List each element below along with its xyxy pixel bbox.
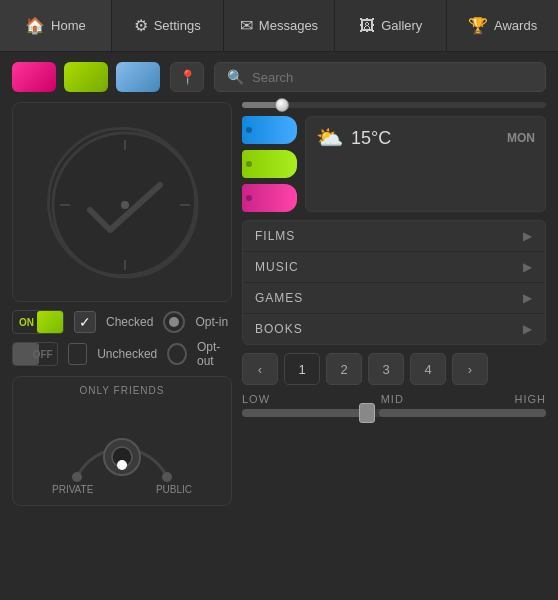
pagination-page-1[interactable]: 1 — [284, 353, 320, 385]
checkbox-checked[interactable]: ✓ — [74, 311, 96, 333]
bottom-slider-area: LOW MID HIGH — [242, 393, 546, 417]
toggle-on-label: ON — [19, 317, 34, 328]
optout-label: Opt-out — [197, 340, 232, 368]
unchecked-label: Unchecked — [97, 347, 157, 361]
pagination: ‹ 1 2 3 4 › — [242, 353, 546, 385]
checked-label: Checked — [106, 315, 153, 329]
toggle-off-line: OFF Unchecked Opt-out — [12, 340, 232, 368]
toggle-on[interactable]: ON — [12, 310, 64, 334]
menu-item-games[interactable]: GAMES ▶ — [243, 283, 545, 314]
menu-books-label: BOOKS — [255, 322, 303, 336]
tags-column — [242, 116, 297, 212]
menu-item-films[interactable]: FILMS ▶ — [243, 221, 545, 252]
envelope-icon: ✉ — [240, 16, 253, 35]
nav-home[interactable]: 🏠 Home — [0, 0, 112, 51]
tag-pink[interactable] — [242, 184, 297, 212]
tag-blue[interactable] — [242, 116, 297, 144]
weather-tags-row: ⛅ 15°C MON — [242, 116, 546, 212]
slider-knob[interactable] — [275, 98, 289, 112]
checkbox-unchecked[interactable] — [68, 343, 87, 365]
swatch-green[interactable] — [64, 62, 108, 92]
bottom-slider[interactable] — [242, 409, 546, 417]
svg-point-5 — [121, 201, 129, 209]
trophy-icon: 🏆 — [468, 16, 488, 35]
weather-day: MON — [507, 131, 535, 145]
nav-messages-label: Messages — [259, 18, 318, 33]
menu-list: FILMS ▶ MUSIC ▶ GAMES ▶ BOOKS ▶ — [242, 220, 546, 345]
weather-icon: ⛅ — [316, 125, 343, 151]
nav-awards[interactable]: 🏆 Awards — [447, 0, 558, 51]
svg-point-7 — [162, 472, 172, 482]
menu-films-label: FILMS — [255, 229, 295, 243]
radio-optin[interactable] — [163, 311, 185, 333]
main-content: 📍 🔍 — [0, 52, 558, 516]
label-mid: MID — [381, 393, 404, 405]
tag-green[interactable] — [242, 150, 297, 178]
swatch-blue[interactable] — [116, 62, 160, 92]
bottom-slider-fill-left — [242, 409, 370, 417]
clock-widget — [12, 102, 232, 302]
knob-label-private: PRIVATE — [52, 484, 93, 495]
swatch-pink[interactable] — [12, 62, 56, 92]
nav-gallery[interactable]: 🖼 Gallery — [335, 0, 447, 51]
clock-inner — [50, 130, 194, 274]
pin-icon: 📍 — [179, 69, 196, 85]
home-icon: 🏠 — [25, 16, 45, 35]
slider-labels: LOW MID HIGH — [242, 393, 546, 405]
toggle-off[interactable]: OFF — [12, 342, 58, 366]
nav-messages[interactable]: ✉ Messages — [224, 0, 336, 51]
label-high: HIGH — [514, 393, 546, 405]
optin-label: Opt-in — [195, 315, 228, 329]
navbar: 🏠 Home ⚙ Settings ✉ Messages 🖼 Gallery 🏆… — [0, 0, 558, 52]
color-swatches — [12, 62, 160, 92]
weather-temp: 15°C — [351, 128, 391, 149]
knob-label-public: PUBLIC — [156, 484, 192, 495]
menu-arrow-games: ▶ — [523, 291, 533, 305]
pagination-page-3[interactable]: 3 — [368, 353, 404, 385]
pagination-page-2[interactable]: 2 — [326, 353, 362, 385]
weather-main: ⛅ 15°C MON — [316, 125, 535, 151]
menu-games-label: GAMES — [255, 291, 303, 305]
right-column: ⛅ 15°C MON FILMS ▶ MUSIC ▶ GAMES — [242, 102, 546, 506]
menu-arrow-films: ▶ — [523, 229, 533, 243]
knob-arc — [62, 402, 182, 482]
menu-arrow-music: ▶ — [523, 260, 533, 274]
nav-settings[interactable]: ⚙ Settings — [112, 0, 224, 51]
search-box[interactable]: 🔍 — [214, 62, 546, 92]
nav-gallery-label: Gallery — [381, 18, 422, 33]
middle-row: ON ✓ Checked Opt-in OFF U — [12, 102, 546, 506]
nav-home-label: Home — [51, 18, 86, 33]
gallery-icon: 🖼 — [359, 17, 375, 35]
weather-widget: ⛅ 15°C MON — [305, 116, 546, 212]
radio-inner — [169, 317, 179, 327]
top-slider-row — [242, 102, 546, 108]
menu-item-music[interactable]: MUSIC ▶ — [243, 252, 545, 283]
nav-awards-label: Awards — [494, 18, 537, 33]
menu-arrow-books: ▶ — [523, 322, 533, 336]
nav-settings-label: Settings — [154, 18, 201, 33]
search-input[interactable] — [252, 70, 533, 85]
toggle-on-line: ON ✓ Checked Opt-in — [12, 310, 232, 334]
pagination-page-4[interactable]: 4 — [410, 353, 446, 385]
bottom-slider-fill-right — [379, 409, 546, 417]
pagination-prev[interactable]: ‹ — [242, 353, 278, 385]
menu-music-label: MUSIC — [255, 260, 299, 274]
toggle-on-knob — [37, 311, 63, 333]
svg-point-10 — [117, 460, 127, 470]
knob-title: ONLY FRIENDS — [80, 385, 165, 396]
left-column: ON ✓ Checked Opt-in OFF U — [12, 102, 232, 506]
svg-point-6 — [72, 472, 82, 482]
knob-labels: PRIVATE PUBLIC — [52, 484, 192, 495]
search-icon: 🔍 — [227, 69, 244, 85]
label-low: LOW — [242, 393, 270, 405]
pin-button[interactable]: 📍 — [170, 62, 204, 92]
top-row: 📍 🔍 — [12, 62, 546, 92]
bottom-slider-knob[interactable] — [359, 403, 375, 423]
toggle-off-label: OFF — [33, 349, 53, 360]
menu-item-books[interactable]: BOOKS ▶ — [243, 314, 545, 344]
radio-optout[interactable] — [167, 343, 187, 365]
knob-area: ONLY FRIENDS PRIVATE — [12, 376, 232, 506]
pagination-next[interactable]: › — [452, 353, 488, 385]
gear-icon: ⚙ — [134, 16, 148, 35]
top-slider[interactable] — [242, 102, 546, 108]
